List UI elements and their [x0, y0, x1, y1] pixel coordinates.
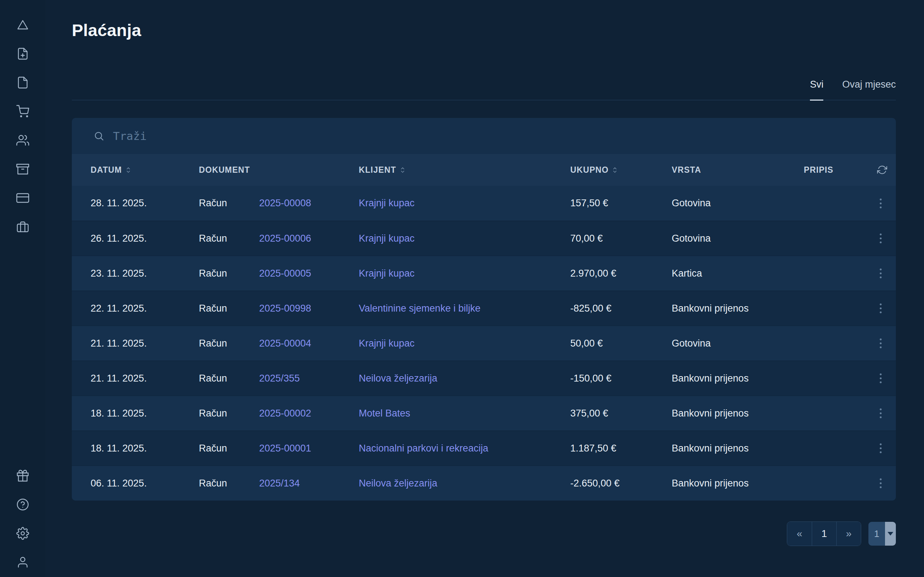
document-number-link[interactable]: 2025-00998 [259, 303, 311, 314]
client-cell: Krajnji kupac [359, 268, 570, 279]
document-cell: Račun2025/355 [199, 373, 359, 384]
client-cell: Krajnji kupac [359, 198, 570, 209]
row-actions-cell [876, 475, 886, 491]
row-menu-button[interactable] [876, 266, 886, 281]
briefcase-icon[interactable] [16, 220, 30, 234]
client-cell: Krajnji kupac [359, 338, 570, 349]
pagination-first-button[interactable]: « [787, 522, 812, 546]
credit-card-icon[interactable] [16, 191, 30, 205]
shopping-cart-icon[interactable] [16, 105, 30, 118]
client-link[interactable]: Krajnji kupac [359, 268, 415, 279]
tab-svi[interactable]: Svi [810, 79, 824, 101]
gift-icon[interactable] [16, 469, 30, 482]
refresh-button[interactable] [876, 163, 888, 176]
row-actions-cell [876, 335, 886, 351]
pagination-last-button[interactable]: » [836, 522, 861, 546]
file-plus-icon[interactable] [16, 47, 30, 61]
payment-type-cell: Bankovni prijenos [672, 408, 804, 419]
document-cell: Račun2025/134 [199, 478, 359, 489]
search-input[interactable] [113, 129, 438, 142]
row-actions-cell [876, 195, 886, 211]
document-number-link[interactable]: 2025-00002 [259, 408, 311, 419]
kebab-menu-icon [879, 372, 882, 384]
column-header-klijent[interactable]: KLIJENT [359, 165, 570, 175]
row-menu-button[interactable] [876, 475, 886, 491]
payment-type-cell: Bankovni prijenos [672, 303, 804, 314]
user-profile-icon[interactable] [16, 555, 30, 569]
row-menu-button[interactable] [876, 335, 886, 351]
document-number-link[interactable]: 2025-00005 [259, 268, 311, 279]
kebab-menu-icon [879, 338, 882, 349]
column-header-label: PRIPIS [804, 165, 834, 175]
logo-triangle-icon[interactable] [16, 18, 30, 32]
total-cell: 70,00 € [570, 233, 672, 244]
row-menu-button[interactable] [876, 195, 886, 211]
file-icon[interactable] [16, 76, 30, 89]
client-link[interactable]: Krajnji kupac [359, 338, 415, 349]
document-cell: Račun2025-00998 [199, 303, 359, 314]
pagination-page-button[interactable]: 1 [812, 522, 836, 546]
client-link[interactable]: Neilova željezarija [359, 478, 438, 488]
client-link[interactable]: Motel Bates [359, 408, 410, 419]
chevron-down-icon [885, 522, 896, 546]
document-number-link[interactable]: 2025-00008 [259, 198, 311, 209]
page-size-value: 1 [868, 522, 885, 546]
column-header-datum[interactable]: DATUM [90, 165, 199, 175]
row-actions-cell [876, 440, 886, 456]
column-header-label: KLIJENT [359, 165, 396, 175]
date-cell: 06. 11. 2025. [90, 478, 199, 489]
row-menu-button[interactable] [876, 440, 886, 456]
column-header-label: UKUPNO [570, 165, 609, 175]
client-cell: Valentinine sjemenke i biljke [359, 303, 570, 314]
pagination: « 1 » 1 [72, 521, 896, 546]
sort-icon [400, 167, 405, 173]
client-link[interactable]: Neilova željezarija [359, 373, 438, 384]
sidebar-top-icons [16, 0, 30, 234]
document-number-link[interactable]: 2025-00006 [259, 233, 311, 244]
total-cell: -2.650,00 € [570, 478, 672, 489]
row-menu-button[interactable] [876, 405, 886, 421]
document-type-label: Račun [199, 233, 259, 244]
column-header-ukupno[interactable]: UKUPNO [570, 165, 672, 175]
total-cell: 50,00 € [570, 338, 672, 349]
payment-type-cell: Gotovina [672, 198, 804, 209]
table-row: 21. 11. 2025.Račun2025-00004Krajnji kupa… [72, 326, 896, 361]
table-row: 18. 11. 2025.Račun2025-00002Motel Bates3… [72, 396, 896, 430]
kebab-menu-icon [879, 408, 882, 419]
column-header-label: DATUM [90, 165, 122, 175]
row-menu-button[interactable] [876, 300, 886, 316]
payment-type-cell: Bankovni prijenos [672, 373, 804, 384]
document-number-link[interactable]: 2025/134 [259, 478, 300, 489]
row-menu-button[interactable] [876, 230, 886, 246]
help-circle-icon[interactable] [16, 498, 30, 511]
total-cell: 157,50 € [570, 198, 672, 209]
settings-gear-icon[interactable] [16, 527, 30, 540]
tab-ovaj-mjesec[interactable]: Ovaj mjesec [842, 79, 896, 100]
refresh-icon [877, 165, 887, 175]
kebab-menu-icon [879, 198, 882, 209]
client-link[interactable]: Krajnji kupac [359, 233, 415, 244]
date-cell: 18. 11. 2025. [90, 443, 199, 454]
total-cell: -150,00 € [570, 373, 672, 384]
table-row: 23. 11. 2025.Račun2025-00005Krajnji kupa… [72, 256, 896, 291]
kebab-menu-icon [879, 477, 882, 489]
table-row: 18. 11. 2025.Račun2025-00001Nacionalni p… [72, 430, 896, 466]
document-type-label: Račun [199, 198, 259, 209]
column-header-label: DOKUMENT [199, 165, 250, 175]
column-header-vrsta: VRSTA [672, 165, 804, 175]
page-size-select[interactable]: 1 [868, 522, 896, 546]
users-icon[interactable] [16, 134, 30, 147]
document-number-link[interactable]: 2025/355 [259, 373, 300, 384]
document-number-link[interactable]: 2025-00004 [259, 338, 311, 349]
client-link[interactable]: Nacionalni parkovi i rekreacija [359, 443, 488, 454]
search-row [72, 118, 896, 154]
table-row: 21. 11. 2025.Račun2025/355Neilova željez… [72, 361, 896, 396]
archive-icon[interactable] [16, 162, 30, 176]
document-type-label: Račun [199, 373, 259, 384]
document-number-link[interactable]: 2025-00001 [259, 443, 311, 454]
row-menu-button[interactable] [876, 371, 886, 386]
client-link[interactable]: Krajnji kupac [359, 198, 415, 208]
document-type-label: Račun [199, 443, 259, 454]
client-cell: Neilova željezarija [359, 373, 570, 384]
client-link[interactable]: Valentinine sjemenke i biljke [359, 303, 480, 314]
